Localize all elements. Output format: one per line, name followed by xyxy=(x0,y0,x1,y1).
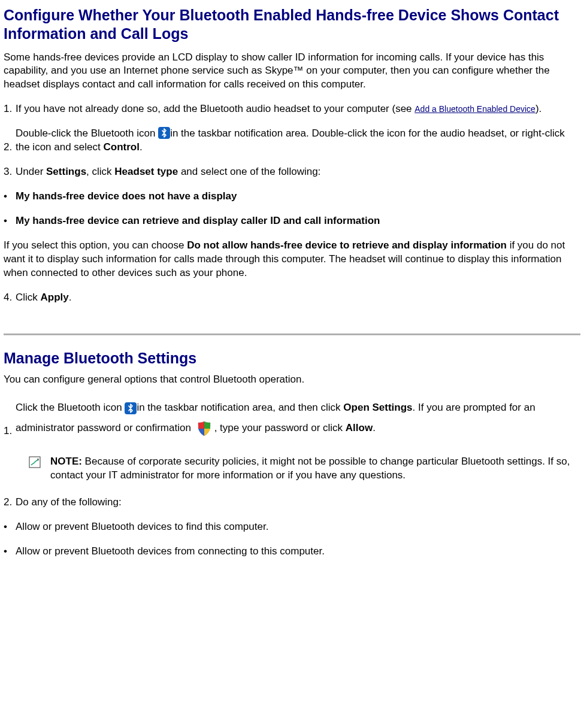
step-1b-text: Click the Bluetooth icon in the taskbar … xyxy=(16,398,580,438)
list-number: 2. xyxy=(4,141,16,154)
step-1-text: If you have not already done so, add the… xyxy=(16,102,580,116)
bluetooth-icon xyxy=(125,401,137,413)
list-number: 2. xyxy=(4,496,16,509)
section-divider xyxy=(4,333,580,335)
note-text: NOTE: Because of corporate security poli… xyxy=(50,455,580,483)
section-heading-1: Configure Whether Your Bluetooth Enabled… xyxy=(4,6,580,44)
list-number: 1. xyxy=(4,102,16,116)
note-block: NOTE: Because of corporate security poli… xyxy=(4,455,580,483)
uac-shield-icon xyxy=(195,420,213,438)
intro-paragraph-2: You can configure general options that c… xyxy=(4,373,580,387)
section-heading-2: Manage Bluetooth Settings xyxy=(4,348,580,369)
note-icon xyxy=(29,456,41,468)
option-description: If you select this option, you can choos… xyxy=(4,239,580,280)
intro-paragraph-1: Some hands-free devices provide an LCD d… xyxy=(4,51,580,92)
step-2-text: Double-click the Bluetooth icon in the t… xyxy=(16,127,580,154)
bullet-item: Allow or prevent Bluetooth devices from … xyxy=(16,545,580,559)
bullet-marker: • xyxy=(4,520,16,534)
bullet-marker: • xyxy=(4,545,16,559)
bullet-item: My hands-free device can retrieve and di… xyxy=(16,214,580,228)
bluetooth-icon xyxy=(158,127,170,139)
list-number: 1. xyxy=(4,424,16,438)
bullet-item: Allow or prevent Bluetooth devices to fi… xyxy=(16,520,580,534)
bullet-marker: • xyxy=(4,214,16,228)
step-4-text: Click Apply. xyxy=(16,291,580,305)
list-number: 4. xyxy=(4,291,16,305)
list-number: 3. xyxy=(4,165,16,179)
step-2b-text: Do any of the following: xyxy=(16,496,580,509)
step-3-text: Under Settings, click Headset type and s… xyxy=(16,165,580,179)
bullet-marker: • xyxy=(4,190,16,204)
add-bluetooth-device-link[interactable]: Add a Bluetooth Enabled Device xyxy=(414,104,535,114)
bullet-item: My hands-free device does not have a dis… xyxy=(16,190,580,204)
